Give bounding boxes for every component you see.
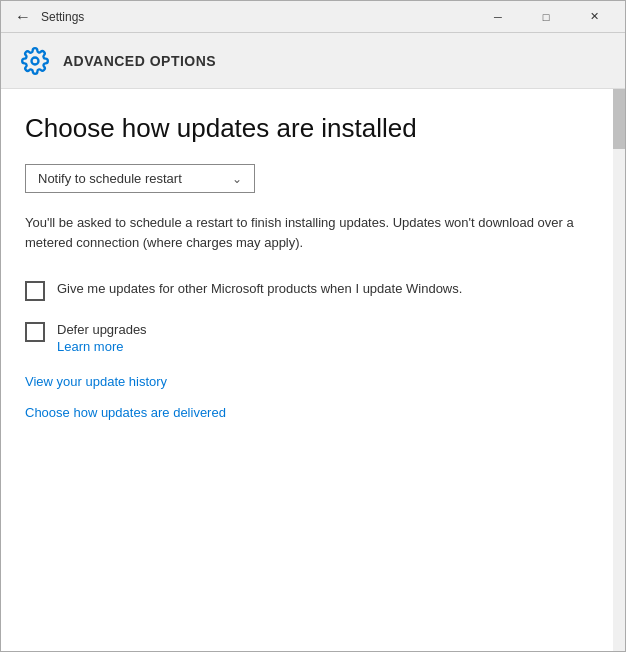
back-button[interactable]: ← [9, 3, 37, 31]
checkbox-item-microsoft-updates: Give me updates for other Microsoft prod… [25, 280, 605, 301]
description-text: You'll be asked to schedule a restart to… [25, 213, 585, 252]
scrollbar[interactable] [613, 89, 625, 651]
settings-window: ← Settings ─ □ ✕ ADVANCED OPTIONS Choose… [0, 0, 626, 652]
svg-point-0 [32, 57, 39, 64]
checkbox-defer-upgrades-content: Defer upgrades Learn more [57, 321, 147, 354]
checkbox-item-defer-upgrades: Defer upgrades Learn more [25, 321, 605, 354]
header-title: ADVANCED OPTIONS [63, 53, 216, 69]
update-mode-dropdown[interactable]: Notify to schedule restart ⌄ [25, 164, 255, 193]
maximize-button[interactable]: □ [523, 1, 569, 33]
view-update-history-link[interactable]: View your update history [25, 374, 605, 389]
gear-icon [21, 47, 49, 75]
choose-update-delivery-link[interactable]: Choose how updates are delivered [25, 405, 605, 420]
learn-more-link[interactable]: Learn more [57, 339, 147, 354]
scrollbar-thumb[interactable] [613, 89, 625, 149]
content-area: Choose how updates are installed Notify … [1, 89, 625, 651]
checkbox-microsoft-updates[interactable] [25, 281, 45, 301]
chevron-down-icon: ⌄ [232, 172, 242, 186]
minimize-button[interactable]: ─ [475, 1, 521, 33]
dropdown-selected-value: Notify to schedule restart [38, 171, 182, 186]
titlebar: ← Settings ─ □ ✕ [1, 1, 625, 33]
page-title: Choose how updates are installed [25, 113, 605, 144]
checkbox-microsoft-updates-label: Give me updates for other Microsoft prod… [57, 280, 462, 298]
checkbox-defer-upgrades[interactable] [25, 322, 45, 342]
window-title: Settings [41, 10, 475, 24]
checkbox-defer-upgrades-label: Defer upgrades [57, 321, 147, 339]
bottom-links: View your update history Choose how upda… [25, 374, 605, 420]
window-controls: ─ □ ✕ [475, 1, 617, 33]
dropdown-container: Notify to schedule restart ⌄ [25, 164, 605, 193]
header-bar: ADVANCED OPTIONS [1, 33, 625, 89]
close-button[interactable]: ✕ [571, 1, 617, 33]
back-icon: ← [15, 8, 31, 26]
